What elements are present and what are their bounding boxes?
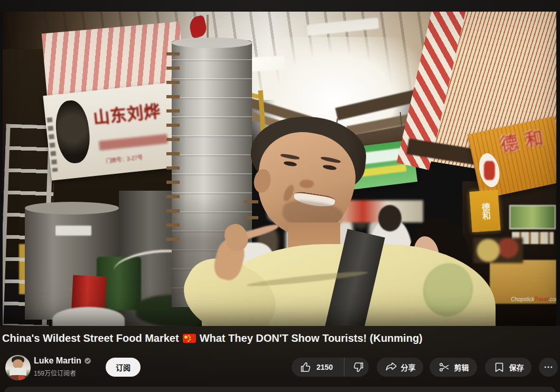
bookmark-icon [493, 361, 506, 374]
share-label: 分享 [401, 362, 416, 372]
share-arrow-icon [385, 361, 397, 374]
clip-label: 剪辑 [454, 362, 469, 372]
channel-avatar[interactable] [5, 355, 31, 380]
description-box[interactable] [4, 387, 556, 392]
scissors-icon [438, 361, 451, 374]
video-title: China's Wildest Street Food Market What … [2, 332, 552, 344]
dislike-button[interactable] [348, 358, 369, 377]
like-button[interactable]: 2150 [292, 358, 340, 377]
verified-badge-icon [84, 357, 91, 365]
more-actions-button[interactable] [539, 358, 558, 377]
subscribe-button[interactable]: 订阅 [106, 358, 141, 377]
ellipsis-icon [543, 362, 554, 372]
save-button[interactable]: 保存 [485, 358, 531, 377]
pill-divider [344, 358, 344, 377]
video-title-part2: What They DON'T Show Tourists! (Kunming) [200, 332, 423, 344]
clip-button[interactable]: 剪辑 [430, 358, 477, 377]
subscriber-count: 159万位订阅者 [34, 368, 76, 377]
like-count: 2150 [316, 363, 333, 371]
page-top-bar [0, 0, 560, 12]
youtube-watch-page: { "colors": { "page_bg": "#0f0f0f", "pil… [0, 0, 560, 392]
watch-info-section: China's Wildest Street Food Market What … [0, 326, 560, 392]
video-player[interactable]: 山东刘烨 门牌号：3-27号 [3, 12, 556, 326]
subscribe-label: 订阅 [116, 362, 130, 372]
like-dislike-pill: 2150 [292, 358, 369, 377]
china-flag-emoji [183, 334, 196, 343]
save-label: 保存 [509, 362, 524, 372]
channel-name[interactable]: Luke Martin [34, 356, 91, 366]
video-title-part1: China's Wildest Street Food Market [2, 332, 179, 344]
channel-name-text: Luke Martin [34, 356, 81, 366]
share-button[interactable]: 分享 [377, 358, 423, 377]
avatar-food [6, 375, 30, 380]
vignette-overlay [3, 12, 556, 326]
thumbs-down-icon [352, 361, 365, 374]
thumbs-up-icon [300, 361, 312, 374]
